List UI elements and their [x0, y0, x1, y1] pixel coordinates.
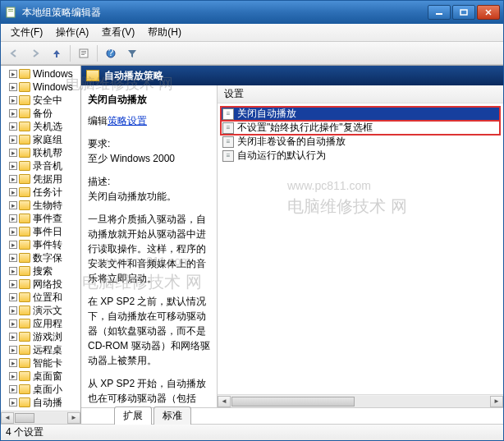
tree-item[interactable]: ▸网络投	[1, 278, 80, 291]
menu-help[interactable]: 帮助(H)	[141, 24, 188, 41]
tree-label: 应用程	[33, 317, 62, 331]
close-button[interactable]	[477, 5, 500, 20]
scroll-track[interactable]	[231, 396, 490, 407]
tree-label: 录音机	[33, 159, 62, 173]
scroll-thumb[interactable]	[15, 413, 34, 423]
tree-label: 事件日	[33, 225, 62, 239]
scroll-track[interactable]	[14, 412, 67, 424]
expand-icon[interactable]: ▸	[9, 267, 17, 275]
expand-icon[interactable]: ▸	[9, 241, 17, 249]
expand-icon[interactable]: ▸	[9, 333, 17, 341]
list-item[interactable]: ≡自动运行的默认行为	[221, 149, 500, 163]
tree-item[interactable]: ▸备份	[1, 107, 80, 120]
expand-icon[interactable]: ▸	[9, 293, 17, 301]
tree-item[interactable]: ▸安全中	[1, 94, 80, 107]
tree-item[interactable]: ▸生物特	[1, 199, 80, 212]
tree-item[interactable]: ▸任务计	[1, 186, 80, 199]
scroll-left-button[interactable]: ◄	[1, 412, 14, 424]
expand-icon[interactable]: ▸	[9, 96, 17, 104]
menu-view[interactable]: 查看(V)	[95, 24, 141, 41]
tree-label: 桌面窗	[33, 370, 62, 384]
expand-icon[interactable]: ▸	[9, 359, 17, 367]
tree-item[interactable]: ▸关机选	[1, 120, 80, 133]
expand-icon[interactable]: ▸	[9, 372, 17, 380]
tree-item[interactable]: ▸录音机	[1, 159, 80, 172]
policy-icon: ≡	[222, 108, 234, 120]
expand-icon[interactable]: ▸	[9, 188, 17, 196]
tree-item[interactable]: ▸家庭组	[1, 133, 80, 146]
tabs: 扩展 标准	[81, 407, 503, 424]
forward-button[interactable]	[25, 44, 45, 62]
up-button[interactable]	[47, 44, 66, 62]
list-item[interactable]: ≡关闭非卷设备的自动播放	[221, 135, 500, 149]
menu-file[interactable]: 文件(F)	[4, 24, 49, 41]
expand-icon[interactable]: ▸	[9, 201, 17, 209]
expand-icon[interactable]: ▸	[9, 136, 17, 144]
scroll-thumb[interactable]	[231, 397, 355, 407]
folder-icon	[19, 122, 30, 131]
tree-item[interactable]: ▸桌面窗	[1, 370, 80, 383]
expand-icon[interactable]: ▸	[9, 175, 17, 183]
expand-icon[interactable]: ▸	[9, 227, 17, 236]
tree-item[interactable]: ▸数字保	[1, 251, 80, 264]
tab-extended[interactable]: 扩展	[114, 407, 152, 425]
list-header-setting[interactable]: 设置	[218, 85, 503, 103]
tree-item[interactable]: ▸事件查	[1, 212, 80, 225]
tree-label: 事件转	[33, 238, 62, 252]
expand-icon[interactable]: ▸	[9, 346, 17, 354]
tree-item[interactable]: ▸联机帮	[1, 146, 80, 159]
expand-icon[interactable]: ▸	[9, 122, 17, 131]
back-button[interactable]	[4, 44, 24, 62]
expand-icon[interactable]: ▸	[9, 109, 17, 117]
tree-item[interactable]: ▸事件转	[1, 238, 80, 251]
tree-item[interactable]: ▸位置和	[1, 291, 80, 304]
expand-icon[interactable]: ▸	[9, 254, 17, 262]
expand-icon[interactable]: ▸	[9, 319, 17, 328]
expand-icon[interactable]: ▸	[9, 306, 17, 315]
properties-button[interactable]	[74, 44, 94, 62]
svg-text:?: ?	[108, 48, 114, 58]
tree-item[interactable]: ▸桌面小	[1, 383, 80, 396]
tree-item[interactable]: ▸自动播	[1, 396, 80, 409]
filter-button[interactable]	[122, 44, 142, 62]
expand-icon[interactable]: ▸	[9, 385, 17, 393]
tree-item[interactable]: ▸智能卡	[1, 356, 80, 370]
tree-item[interactable]: ▸游戏浏	[1, 330, 80, 343]
window-title: 本地组策略编辑器	[22, 6, 428, 20]
tree-scrollbar[interactable]: ◄ ►	[1, 411, 80, 424]
tree-item[interactable]: ▸演示文	[1, 304, 80, 317]
tree-item[interactable]: ▸Windows	[1, 80, 80, 94]
titlebar[interactable]: 本地组策略编辑器	[1, 1, 503, 24]
expand-icon[interactable]: ▸	[9, 398, 17, 407]
expand-icon[interactable]: ▸	[9, 83, 17, 91]
expand-icon[interactable]: ▸	[9, 280, 17, 288]
scroll-left-button[interactable]: ◄	[218, 396, 231, 407]
toolbar-separator	[70, 45, 71, 62]
expand-icon[interactable]: ▸	[9, 162, 17, 170]
tree-item[interactable]: ▸应用程	[1, 317, 80, 330]
scroll-right-button[interactable]: ►	[490, 396, 503, 407]
tree-item[interactable]: ▸事件日	[1, 225, 80, 238]
scroll-right-button[interactable]: ►	[67, 412, 80, 424]
tree-view[interactable]: ▸Windows▸Windows▸安全中▸备份▸关机选▸家庭组▸联机帮▸录音机▸…	[1, 66, 80, 411]
folder-icon	[19, 227, 30, 237]
tree-item[interactable]: ▸搜索	[1, 264, 80, 278]
minimize-button[interactable]	[428, 5, 451, 20]
tab-standard[interactable]: 标准	[153, 407, 191, 425]
tree-label: 联机帮	[33, 146, 62, 160]
expand-icon[interactable]: ▸	[9, 70, 17, 78]
folder-icon	[19, 161, 30, 171]
list-item[interactable]: ≡不设置"始终执行此操作"复选框	[221, 121, 500, 135]
expand-icon[interactable]: ▸	[9, 214, 17, 223]
list-item[interactable]: ≡关闭自动播放	[221, 107, 500, 121]
tree-item[interactable]: ▸远程桌	[1, 343, 80, 356]
list-scrollbar[interactable]: ◄ ►	[218, 394, 503, 407]
maximize-button[interactable]	[452, 5, 475, 20]
menu-action[interactable]: 操作(A)	[49, 24, 95, 41]
expand-icon[interactable]: ▸	[9, 149, 17, 157]
edit-policy-link[interactable]: 策略设置	[108, 115, 147, 126]
tree-item[interactable]: ▸凭据用	[1, 172, 80, 186]
help-button[interactable]: ?	[101, 44, 121, 62]
settings-list[interactable]: ≡关闭自动播放≡不设置"始终执行此操作"复选框≡关闭非卷设备的自动播放≡自动运行…	[218, 103, 503, 394]
tree-item[interactable]: ▸Windows	[1, 67, 80, 80]
